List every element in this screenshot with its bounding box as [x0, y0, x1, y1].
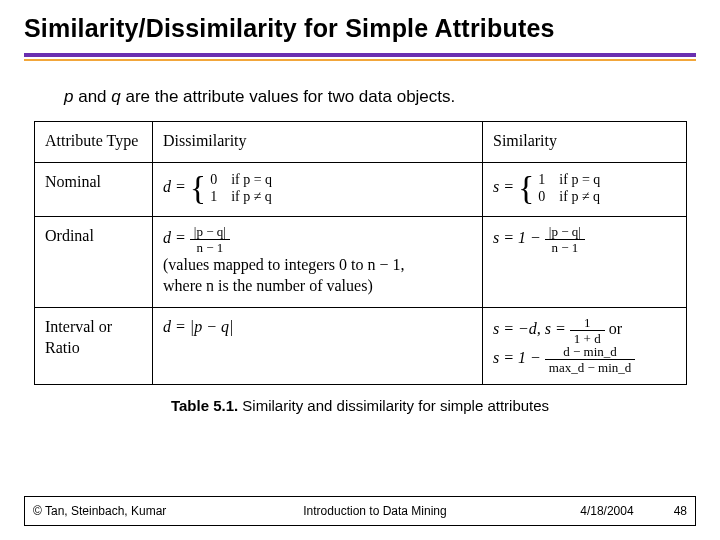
intro-tail: are the attribute values for two data ob…: [121, 87, 456, 106]
table-header-row: Attribute Type Dissimilarity Similarity: [35, 122, 687, 163]
caption-rest: Similarity and dissimilarity for simple …: [238, 397, 549, 414]
ordinal-d-num: |p − q|: [190, 225, 230, 240]
ordinal-note1: (values mapped to integers 0 to n − 1,: [163, 256, 404, 273]
footer-page: 48: [674, 504, 687, 518]
nominal-d-line1: 0 if p = q: [210, 171, 272, 189]
table-caption: Table 5.1. Similarity and dissimilarity …: [24, 397, 696, 414]
attributes-table: Attribute Type Dissimilarity Similarity …: [34, 121, 687, 385]
ratio-s2-pre: s = 1 −: [493, 349, 545, 366]
ratio-s1-num: 1: [570, 316, 605, 331]
header-similarity: Similarity: [483, 122, 687, 163]
row-ordinal-label: Ordinal: [35, 216, 153, 307]
ordinal-d-den: n − 1: [190, 240, 230, 254]
footer-right: 4/18/2004 48: [525, 504, 695, 518]
slide-title: Similarity/Dissimilarity for Simple Attr…: [24, 14, 696, 43]
table-row: Ordinal d = |p − q| n − 1 (values mapped…: [35, 216, 687, 307]
nominal-d-line2: 1 if p ≠ q: [210, 188, 272, 206]
ordinal-s-frac: |p − q| n − 1: [545, 225, 585, 254]
ratio-s1-or: or: [609, 320, 622, 337]
title-rule-orange: [24, 59, 696, 61]
brace-icon: {: [190, 173, 206, 204]
ratio-s2-num: d − min_d: [545, 345, 635, 360]
footer-authors: © Tan, Steinbach, Kumar: [25, 504, 225, 518]
row-nominal-label: Nominal: [35, 162, 153, 216]
intro-mid: and: [73, 87, 111, 106]
nominal-d-pre: d =: [163, 178, 190, 195]
ordinal-d-frac: |p − q| n − 1: [190, 225, 230, 254]
nominal-s-pre: s =: [493, 178, 518, 195]
nominal-s-piece: 1 if p = q 0 if p ≠ q: [538, 171, 600, 206]
ordinal-s-pre: s = 1 −: [493, 229, 545, 246]
row-ordinal-dissimilarity: d = |p − q| n − 1 (values mapped to inte…: [153, 216, 483, 307]
nominal-s-line1: 1 if p = q: [538, 171, 600, 189]
caption-bold: Table 5.1.: [171, 397, 238, 414]
title-rule-purple: [24, 53, 696, 57]
footer-date: 4/18/2004: [580, 504, 633, 518]
row-nominal-similarity: s = { 1 if p = q 0 if p ≠ q: [483, 162, 687, 216]
header-attribute-type: Attribute Type: [35, 122, 153, 163]
footer-bar: © Tan, Steinbach, Kumar Introduction to …: [24, 496, 696, 526]
brace-icon: {: [518, 173, 534, 204]
nominal-s-line2: 0 if p ≠ q: [538, 188, 600, 206]
ratio-s2-frac: d − min_d max_d − min_d: [545, 345, 635, 374]
row-ratio-label: Interval or Ratio: [35, 307, 153, 384]
table-row: Interval or Ratio d = |p − q| s = −d, s …: [35, 307, 687, 384]
table-row: Nominal d = { 0 if p = q 1 if p ≠ q s = …: [35, 162, 687, 216]
row-ordinal-similarity: s = 1 − |p − q| n − 1: [483, 216, 687, 307]
footer-title: Introduction to Data Mining: [225, 504, 525, 518]
ordinal-s-den: n − 1: [545, 240, 585, 254]
ordinal-note2: where n is the number of values): [163, 277, 373, 294]
row-nominal-dissimilarity: d = { 0 if p = q 1 if p ≠ q: [153, 162, 483, 216]
intro-text: p and q are the attribute values for two…: [64, 87, 696, 107]
row-ratio-dissimilarity: d = |p − q|: [153, 307, 483, 384]
ratio-s1-frac: 1 1 + d: [570, 316, 605, 345]
header-dissimilarity: Dissimilarity: [153, 122, 483, 163]
var-q: q: [111, 87, 120, 106]
ratio-s1-pre: s = −d, s =: [493, 320, 570, 337]
ratio-s1-den: 1 + d: [570, 331, 605, 345]
ordinal-s-num: |p − q|: [545, 225, 585, 240]
slide: Similarity/Dissimilarity for Simple Attr…: [0, 0, 720, 540]
row-ratio-similarity: s = −d, s = 1 1 + d or s = 1 − d − min_d…: [483, 307, 687, 384]
nominal-d-piece: 0 if p = q 1 if p ≠ q: [210, 171, 272, 206]
ordinal-d-pre: d =: [163, 229, 190, 246]
ratio-s2-den: max_d − min_d: [545, 360, 635, 374]
